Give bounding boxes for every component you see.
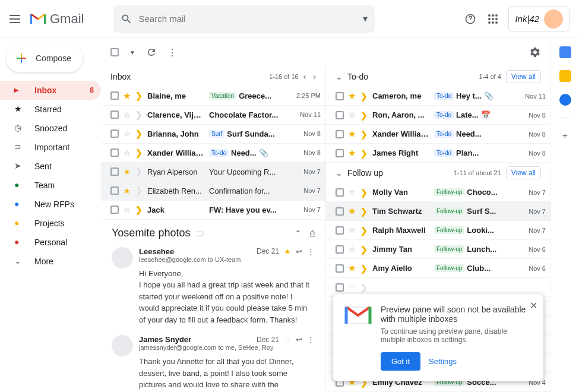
sidebar-item-sent[interactable]: ➤Sent xyxy=(0,157,101,176)
email-row[interactable]: ★ ❯ Tim Schwartz Follow-upSurf S... Nov … xyxy=(326,202,550,221)
reply-icon[interactable]: ↩ xyxy=(296,335,302,344)
star-icon[interactable]: ★ xyxy=(349,207,356,216)
avatar[interactable] xyxy=(544,10,563,29)
sidebar-item-starred[interactable]: ★Starred xyxy=(0,100,101,119)
star-icon[interactable]: ☆ xyxy=(349,110,356,119)
collapse-chevron-icon[interactable]: ⌄ xyxy=(336,72,343,81)
close-popup-icon[interactable]: ✕ xyxy=(530,300,537,311)
sidebar-item-team[interactable]: ●Team xyxy=(0,176,101,195)
star-icon[interactable]: ☆ xyxy=(124,206,131,214)
search-input[interactable] xyxy=(138,14,363,24)
star-icon[interactable]: ★ xyxy=(349,91,356,100)
email-row[interactable]: ☆ ❯ Jimmy Tan Follow-upLunch... Nov 6 xyxy=(326,240,550,259)
sidebar-item-more[interactable]: ⌄More xyxy=(0,252,101,271)
refresh-icon[interactable] xyxy=(146,47,157,58)
row-checkbox[interactable] xyxy=(110,110,119,119)
email-row[interactable]: ☆ ❯ Brianna, John SurfSurf Sunda... Nov … xyxy=(101,125,325,144)
compose-button[interactable]: Compose xyxy=(6,44,83,72)
important-icon[interactable]: ❯ xyxy=(135,91,143,100)
search-bar[interactable]: ▾ xyxy=(113,5,375,33)
row-checkbox[interactable] xyxy=(110,129,119,138)
important-icon[interactable]: ❯ xyxy=(360,264,368,273)
email-row[interactable]: ☆ ❯ Clarence, Vijay 13 Chocolate Factor.… xyxy=(101,106,325,125)
sidebar-item-snoozed[interactable]: ◷Snoozed xyxy=(0,119,101,138)
sidebar-item-new-rfps[interactable]: ●New RFPs xyxy=(0,195,101,214)
sidebar-item-important[interactable]: ⊃Important xyxy=(0,138,101,157)
email-row[interactable]: ☆ ❯ Ron, Aaron, ... To-doLate... 📅 Nov 8 xyxy=(326,106,550,125)
message-star-icon[interactable]: ☆ xyxy=(284,335,291,344)
important-icon[interactable]: ❯ xyxy=(360,110,368,120)
email-row[interactable]: ★ ❯ Elizabeth Ren... Confirmation for...… xyxy=(101,182,325,201)
followup-viewall[interactable]: View all xyxy=(506,166,541,179)
row-checkbox[interactable] xyxy=(110,148,119,157)
add-addon-icon[interactable]: + xyxy=(559,130,571,142)
keep-addon-icon[interactable] xyxy=(559,70,571,82)
star-icon[interactable]: ☆ xyxy=(349,226,356,235)
star-icon[interactable]: ☆ xyxy=(124,110,131,119)
row-checkbox[interactable] xyxy=(336,149,344,157)
star-icon[interactable]: ☆ xyxy=(349,245,356,254)
star-icon[interactable]: ★ xyxy=(349,264,356,273)
star-icon[interactable]: ☆ xyxy=(124,148,131,157)
star-icon[interactable]: ☆ xyxy=(349,283,356,292)
important-icon[interactable]: ❯ xyxy=(360,207,368,216)
sidebar-item-projects[interactable]: ●Projects xyxy=(0,214,101,233)
important-icon[interactable]: ❯ xyxy=(360,245,368,254)
important-icon[interactable]: ❯ xyxy=(360,188,368,197)
row-checkbox[interactable] xyxy=(336,245,344,254)
star-icon[interactable]: ★ xyxy=(124,186,131,195)
email-row[interactable]: ☆ ❯ Ralph Maxwell Follow-upLooki... Nov … xyxy=(326,221,550,240)
row-checkbox[interactable] xyxy=(336,130,344,138)
important-icon[interactable]: ❯ xyxy=(360,148,368,158)
important-icon[interactable]: ❯ xyxy=(135,148,143,157)
collapse-icon[interactable]: ⌃ xyxy=(295,229,302,238)
settings-icon[interactable] xyxy=(529,46,541,58)
tasks-addon-icon[interactable] xyxy=(559,94,571,106)
sidebar-item-inbox[interactable]: ▸Inbox8 xyxy=(0,81,101,100)
email-row[interactable]: ★ ❯ Blaine, me VacationGreece... 2:25 PM xyxy=(101,87,325,106)
row-checkbox[interactable] xyxy=(336,226,344,235)
label-icon[interactable]: ⊃ xyxy=(196,227,205,240)
star-icon[interactable]: ★ xyxy=(349,129,356,138)
important-icon[interactable]: ❯ xyxy=(360,226,368,235)
search-options-icon[interactable]: ▾ xyxy=(363,13,368,24)
print-icon[interactable]: ⎙ xyxy=(310,229,315,238)
message-star-icon[interactable]: ★ xyxy=(284,247,291,256)
collapse-chevron-icon[interactable]: ⌄ xyxy=(336,168,343,178)
row-checkbox[interactable] xyxy=(336,111,344,119)
email-row[interactable]: ★ ❯ James Right To-doPlan... Nov 8 xyxy=(326,144,550,163)
important-icon[interactable]: ❯ xyxy=(135,110,143,119)
important-icon[interactable]: ❯ xyxy=(135,129,143,138)
email-row[interactable]: ★ ❯ Cameron, me To-doHey t... 📎 Nov 11 xyxy=(326,87,550,106)
star-icon[interactable]: ★ xyxy=(349,148,356,157)
message-more-icon[interactable]: ⋮ xyxy=(307,247,315,256)
row-checkbox[interactable] xyxy=(110,186,119,195)
star-icon[interactable]: ★ xyxy=(124,167,131,176)
reply-icon[interactable]: ↩ xyxy=(296,247,302,256)
account-switcher[interactable]: Ink|42 xyxy=(508,7,569,31)
important-icon[interactable]: ❯ xyxy=(135,167,143,176)
important-icon[interactable]: ❯ xyxy=(360,283,368,292)
row-checkbox[interactable] xyxy=(336,207,344,216)
row-checkbox[interactable] xyxy=(110,91,119,100)
help-icon[interactable] xyxy=(463,12,477,26)
email-row[interactable]: ☆ ❯ Molly Van Follow-upChoco... Nov 7 xyxy=(326,183,550,202)
row-checkbox[interactable] xyxy=(336,92,344,100)
select-dropdown-icon[interactable]: ▼ xyxy=(129,49,135,56)
email-row[interactable]: ★ ❯ Ryan Alperson Your Upcoming R... Nov… xyxy=(101,163,325,182)
star-icon[interactable]: ☆ xyxy=(124,129,131,138)
todo-viewall[interactable]: View all xyxy=(506,70,541,83)
popup-settings-link[interactable]: Settings xyxy=(429,357,457,366)
important-icon[interactable]: ❯ xyxy=(360,129,368,139)
apps-icon[interactable] xyxy=(486,12,500,26)
more-icon[interactable]: ⋮ xyxy=(167,47,177,58)
select-all-checkbox[interactable] xyxy=(110,48,119,56)
message-more-icon[interactable]: ⋮ xyxy=(307,335,315,344)
important-icon[interactable]: ❯ xyxy=(135,186,143,195)
row-checkbox[interactable] xyxy=(336,264,344,273)
next-page-icon[interactable]: › xyxy=(313,72,316,81)
calendar-addon-icon[interactable] xyxy=(559,46,571,58)
prev-page-icon[interactable]: ‹ xyxy=(303,72,306,81)
row-checkbox[interactable] xyxy=(336,283,344,292)
star-icon[interactable]: ★ xyxy=(124,91,131,100)
